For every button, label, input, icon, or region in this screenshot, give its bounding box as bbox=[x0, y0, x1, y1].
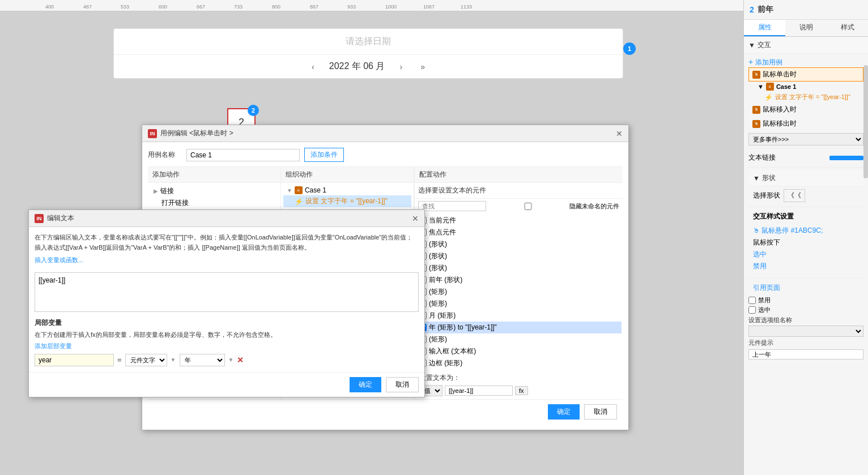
case1-node[interactable]: ▼ ≡ Case 1 bbox=[755, 82, 863, 92]
text-link-bar[interactable] bbox=[829, 156, 863, 160]
element-hint-input[interactable] bbox=[748, 349, 863, 360]
edittext-desc: 在下方编辑区输入文本，变量名称或表达式要写在"[[""]]"中。例如：插入变量[… bbox=[35, 233, 419, 253]
mouse-click-item[interactable]: 🖱 鼠标单击时 bbox=[748, 67, 863, 82]
more-events[interactable]: 更多事件>>> bbox=[748, 131, 863, 146]
disabled-style-item[interactable]: 禁用 bbox=[753, 260, 859, 272]
disable-checkbox[interactable] bbox=[748, 297, 756, 304]
config-item-shape1[interactable]: (形状) bbox=[416, 238, 622, 250]
mouse-enter-item[interactable]: 🖱 鼠标移入时 bbox=[748, 102, 863, 117]
mouse-enter-label: 鼠标移入时 bbox=[763, 105, 797, 114]
shape-icon-btn[interactable]: 《《 bbox=[784, 189, 805, 202]
confirm-btn[interactable]: 确定 bbox=[548, 404, 580, 420]
hover-style-item[interactable]: 🖱 鼠标悬停 #1ABC9C; bbox=[753, 225, 859, 237]
nav-next[interactable]: › bbox=[396, 61, 406, 72]
canvas-area: 400 467 533 600 667 733 800 867 933 1000… bbox=[0, 0, 743, 475]
config-item-shape2[interactable]: (形状) bbox=[416, 250, 622, 262]
calendar-nav: 2 2 ‹ 2022 年 06 月 › » bbox=[114, 55, 623, 78]
chevron-shape: ▼ bbox=[753, 174, 760, 182]
add-condition-btn[interactable]: 添加条件 bbox=[304, 148, 344, 162]
ruler-mark-467: 467 bbox=[83, 4, 92, 10]
selected-style-item[interactable]: 选中 bbox=[753, 249, 859, 260]
edittext-textarea[interactable]: [[year-1]] bbox=[35, 272, 419, 312]
config-item-rect2[interactable]: (矩形) bbox=[416, 298, 622, 310]
right-tab-content: ▼ 交互 + 添加用例 🖱 鼠标单击时 ▼ ≡ C bbox=[744, 37, 868, 363]
tab-properties[interactable]: 属性 bbox=[744, 20, 785, 36]
edittext-confirm-btn[interactable]: 确定 bbox=[350, 377, 381, 392]
mousedown-style-item[interactable]: 鼠标按下 bbox=[753, 237, 859, 249]
ruler-mark-867: 867 bbox=[310, 4, 318, 10]
nav-prev[interactable]: ‹ bbox=[308, 61, 318, 72]
var-source-select[interactable]: 年 bbox=[180, 354, 225, 366]
config-item-current[interactable]: 当前元件 bbox=[416, 215, 622, 226]
shape-section-header: ▼ 形状 bbox=[748, 170, 863, 187]
tab-description[interactable]: 说明 bbox=[785, 20, 827, 36]
dialog-usecase-title: 用例编辑 <鼠标单击时 > bbox=[160, 129, 233, 138]
selected-style-link[interactable]: 选中 bbox=[753, 250, 767, 259]
localvar-title: 局部变量 bbox=[35, 318, 419, 328]
reference-page-link[interactable]: 引用页面 bbox=[753, 284, 780, 292]
add-localvar-link[interactable]: 添加层部变量 bbox=[35, 343, 72, 349]
select-checkbox[interactable] bbox=[748, 306, 756, 314]
add-example-link[interactable]: + 添加用例 bbox=[748, 58, 782, 66]
calendar-date-input[interactable]: 请选择日期 bbox=[114, 29, 623, 55]
right-tabs: 属性 说明 样式 bbox=[744, 20, 868, 37]
cancel-btn[interactable]: 取消 bbox=[584, 404, 617, 420]
localvar-section: 局部变量 在下方创建用于插入fx的局部变量，局部变量名称必须是字母、数字，不允许… bbox=[35, 318, 419, 366]
shape-select-row: 选择形状 《《 bbox=[748, 187, 863, 204]
ruler-mark-1133: 1133 bbox=[461, 4, 472, 10]
action-open-link[interactable]: 打开链接 bbox=[150, 197, 278, 209]
interaction-section-header: ▼ 交互 bbox=[744, 37, 868, 54]
ruler-mark-800: 800 bbox=[272, 4, 280, 10]
var-type-select[interactable]: 元件文字 bbox=[125, 354, 167, 366]
num-badge-cell: 2 bbox=[248, 105, 259, 116]
hover-icon: 🖱 bbox=[753, 226, 760, 234]
edittext-close-btn[interactable]: ✕ bbox=[412, 214, 419, 223]
var-source-chevron: ▼ bbox=[228, 357, 234, 363]
divider1 bbox=[748, 148, 863, 148]
config-item-input[interactable]: 输入框 (文本框) bbox=[416, 345, 622, 357]
value-input[interactable] bbox=[445, 386, 513, 396]
case-arrow: ▼ bbox=[758, 83, 764, 90]
insert-var-link[interactable]: 插入变量或函数... bbox=[35, 256, 83, 263]
tab-style[interactable]: 样式 bbox=[827, 20, 868, 36]
group-name-select[interactable] bbox=[748, 326, 863, 337]
config-item-focus[interactable]: 焦点元件 bbox=[416, 226, 622, 238]
config-item-rect3[interactable]: (矩形) bbox=[416, 333, 622, 345]
config-item-month[interactable]: 月 (矩形) bbox=[416, 310, 622, 322]
nav-next-next[interactable]: » bbox=[417, 61, 428, 72]
hover-link[interactable]: 🖱 鼠标悬停 #1ABC9C; bbox=[753, 226, 823, 236]
config-item-rect1[interactable]: (矩形) bbox=[416, 286, 622, 298]
disabled-style-link[interactable]: 禁用 bbox=[753, 262, 767, 271]
config-value-row: 值 fx bbox=[419, 385, 618, 396]
config-item-shape3[interactable]: (形状) bbox=[416, 262, 622, 274]
action-set-node[interactable]: ⚡ 设置 文字于年 = "[[year-1]]" bbox=[755, 92, 863, 102]
case-name-input[interactable] bbox=[186, 149, 300, 161]
config-search-input[interactable] bbox=[418, 201, 486, 211]
calendar-month-year: 2022 年 06 月 bbox=[329, 61, 385, 72]
case-name-row: 用例名称 添加条件 bbox=[148, 148, 623, 162]
case-icon: ≡ bbox=[295, 186, 303, 194]
case-tree-icon: ≡ bbox=[766, 83, 774, 91]
more-events-select[interactable]: 更多事件>>> bbox=[748, 133, 863, 146]
hide-unnamed-checkbox[interactable] bbox=[488, 203, 568, 210]
action-link[interactable]: ▶ 链接 bbox=[150, 185, 278, 197]
edittext-body: 在下方编辑区输入文本，变量名称或表达式要写在"[[""]]"中。例如：插入变量[… bbox=[29, 227, 424, 372]
config-item-border[interactable]: 边框 (矩形) bbox=[416, 357, 622, 369]
fx-button[interactable]: fx bbox=[515, 386, 528, 395]
edittext-cancel-btn[interactable]: 取消 bbox=[386, 377, 419, 392]
right-scroll-indicator[interactable] bbox=[863, 65, 868, 178]
organize-case[interactable]: ▼ ≡ Case 1 bbox=[283, 185, 411, 195]
dialog-footer: 确定 取消 bbox=[148, 399, 623, 424]
config-item-qiannian[interactable]: 前年 (形状) bbox=[416, 274, 622, 286]
lightning-icon: ⚡ bbox=[295, 198, 303, 206]
mouse-leave-item[interactable]: 🖱 鼠标移出时 bbox=[748, 117, 863, 131]
main-container: 400 467 533 600 667 733 800 867 933 1000… bbox=[0, 0, 868, 475]
interaction-style-content: 🖱 鼠标悬停 #1ABC9C; 鼠标按下 选中 禁用 bbox=[748, 224, 863, 276]
right-content: + 添加用例 🖱 鼠标单击时 ▼ ≡ Case 1 ⚡ bbox=[744, 54, 868, 363]
config-item-year-selected[interactable]: 年 (矩形) to "[[year-1]]" bbox=[416, 322, 622, 333]
ruler-mark-400: 400 bbox=[45, 4, 54, 10]
var-name-input[interactable] bbox=[35, 354, 114, 366]
organize-action-item[interactable]: ⚡ 设置 文字于年 = "[[year-1]]" bbox=[283, 195, 411, 207]
var-delete-btn[interactable]: ✕ bbox=[237, 356, 244, 365]
dialog-close-btn[interactable]: ✕ bbox=[616, 129, 623, 138]
